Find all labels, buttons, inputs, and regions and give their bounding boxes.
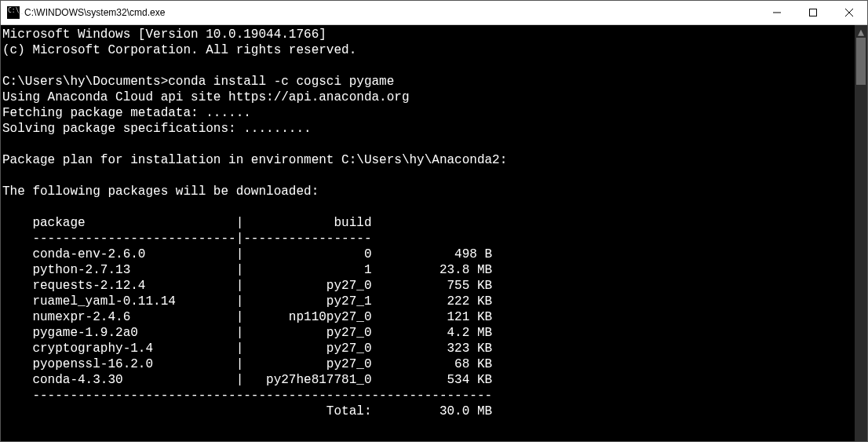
window-title: C:\WINDOWS\system32\cmd.exe	[24, 7, 165, 18]
minimize-button[interactable]	[759, 1, 795, 24]
svg-rect-1	[810, 9, 817, 16]
vertical-scrollbar[interactable]: ▴	[855, 25, 867, 442]
cmd-icon	[7, 6, 20, 19]
maximize-button[interactable]	[795, 1, 831, 24]
window-titlebar: C:\WINDOWS\system32\cmd.exe	[1, 1, 867, 25]
close-button[interactable]	[831, 1, 867, 24]
terminal-output[interactable]: Microsoft Windows [Version 10.0.19044.17…	[1, 25, 855, 442]
scroll-thumb[interactable]	[856, 38, 866, 85]
scroll-up-arrow[interactable]: ▴	[855, 25, 867, 38]
